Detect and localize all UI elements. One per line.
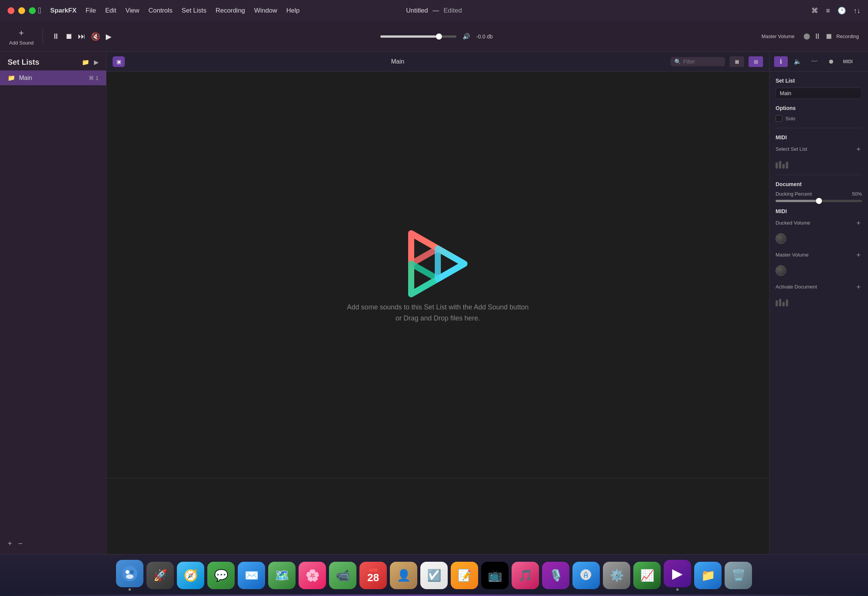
dock-item-contacts[interactable]: 👤 (390, 562, 417, 589)
menu-edit[interactable]: Edit (105, 7, 116, 14)
sidebar-folder-icon[interactable]: 📁 (82, 59, 89, 66)
dock-item-trash[interactable]: 🗑️ (725, 562, 752, 589)
panel-tab-midi[interactable]: MIDI (841, 56, 855, 67)
window-title-area: Untitled — Edited (406, 7, 462, 14)
recording-label: Recording (836, 33, 859, 39)
dock-item-sparkfx[interactable]: ▶ (664, 560, 691, 591)
reminders-icon: ☑️ (420, 562, 448, 589)
panel-tab-record[interactable]: ⏺ (824, 56, 838, 67)
maps-icon: 🗺️ (268, 562, 296, 589)
menu-view[interactable]: View (126, 7, 140, 14)
ducked-volume-knob[interactable] (776, 233, 786, 244)
ducking-percent-row: Ducking Percent 50% (776, 191, 862, 197)
ducking-slider-container (776, 200, 862, 202)
dock-item-launchpad[interactable]: 🚀 (146, 562, 174, 589)
apple-menu[interactable]:  (38, 6, 41, 16)
content-empty-state: Add some sounds to this Set List with th… (107, 72, 769, 478)
ducking-slider[interactable] (776, 200, 862, 202)
menu-bar:  SparkFX File Edit View Controls Set Li… (0, 0, 868, 21)
dock-item-notes[interactable]: 📝 (451, 562, 478, 589)
dock-item-music[interactable]: 🎵 (512, 562, 539, 589)
dock-item-stocks[interactable]: 📈 (633, 562, 661, 589)
menu-recording[interactable]: Recording (216, 7, 245, 14)
master-volume-add-btn[interactable]: ＋ (855, 250, 862, 259)
menu-bar-left:  SparkFX File Edit View Controls Set Li… (38, 6, 300, 16)
add-set-list-button[interactable]: + (8, 539, 12, 548)
skip-icon[interactable]: ⏭ (78, 32, 86, 41)
panel-tab-info[interactable]: ℹ (774, 56, 788, 67)
calendar-icon: APR 28 (359, 562, 387, 589)
close-button[interactable] (8, 7, 14, 14)
menu-sparkfx[interactable]: SparkFX (50, 7, 76, 14)
dock-item-messages[interactable]: 💬 (207, 562, 235, 589)
sidebar-item-main[interactable]: 📁 Main ⌘ 1 (0, 70, 106, 85)
dock-item-calendar[interactable]: APR 28 (359, 562, 387, 589)
menu-help[interactable]: Help (286, 7, 300, 14)
control-center-icon[interactable]: ≡ (826, 7, 830, 15)
sidebar-play-icon[interactable]: ▶ (94, 59, 99, 66)
content-column: ▣ Main 🔍 ▦ ▤ (107, 52, 769, 554)
menu-setlists[interactable]: Set Lists (182, 7, 207, 14)
clock-icon[interactable]: 🕐 (838, 6, 846, 15)
edited-badge: Edited (444, 7, 462, 14)
dock-item-safari[interactable]: 🧭 (177, 562, 204, 589)
panel-content: Set List Main Options Solo MIDI Select S… (769, 72, 868, 554)
pause-icon[interactable]: ⏸ (52, 32, 60, 41)
panel-tab-eq[interactable]: 〰 (808, 56, 821, 67)
systemprefs-icon: ⚙️ (603, 562, 630, 589)
add-sound-button[interactable]: ＋ Add Sound (9, 27, 33, 46)
trash-icon: 🗑️ (725, 562, 752, 589)
dock-item-appletv[interactable]: 📺 (481, 562, 509, 589)
content-toolbar: ▣ Main 🔍 ▦ ▤ (107, 52, 769, 72)
set-list-field[interactable]: Main (776, 88, 862, 99)
ducked-volume-add-btn[interactable]: ＋ (855, 218, 862, 227)
menu-file[interactable]: File (86, 7, 96, 14)
master-volume-knob[interactable] (776, 265, 786, 276)
ducking-thumb (816, 198, 822, 204)
dock-item-appstore[interactable]: 🅐 (572, 562, 600, 589)
dock-item-systemprefs[interactable]: ⚙️ (603, 562, 630, 589)
view-grid-btn[interactable]: ▦ (730, 56, 744, 67)
spotlight-icon[interactable]: ⌘ (811, 6, 818, 15)
dock: 🚀 🧭 💬 ✉️ 🗺️ 🌸 📹 APR 28 (0, 554, 868, 596)
play-icon[interactable]: ▶ (106, 32, 111, 41)
dock-item-photos[interactable]: 🌸 (299, 562, 326, 589)
dock-item-finder[interactable] (116, 560, 143, 591)
panel-tab-volume[interactable]: 🔈 (791, 56, 804, 67)
svg-point-7 (126, 574, 134, 579)
music-icon: 🎵 (512, 562, 539, 589)
minimize-button[interactable] (18, 7, 25, 14)
dock-item-mail[interactable]: ✉️ (238, 562, 265, 589)
sidebar-toggle-btn[interactable]: ▣ (113, 56, 125, 67)
set-list-section-title: Set List (776, 78, 862, 84)
wifi-icon[interactable]: ↑↓ (854, 7, 860, 15)
select-set-list-midi-bars (776, 159, 862, 169)
filter-input[interactable] (683, 59, 721, 65)
filter-box[interactable]: 🔍 (671, 57, 725, 66)
dock-item-facetime[interactable]: 📹 (329, 562, 356, 589)
recording-pause-icon: ⏸ (814, 32, 821, 41)
content-tab-main: Main (129, 58, 666, 65)
stop-icon[interactable]: ⏹ (65, 32, 73, 41)
solo-checkbox[interactable] (776, 115, 782, 122)
contacts-icon: 👤 (390, 562, 417, 589)
select-set-list-add-btn[interactable]: ＋ (855, 144, 862, 153)
dock-item-reminders[interactable]: ☑️ (420, 562, 448, 589)
dock-item-files[interactable]: 📁 (694, 562, 722, 589)
remove-set-list-button[interactable]: − (18, 539, 23, 548)
folder-icon: 📁 (8, 74, 15, 81)
mute-icon[interactable]: 🔇 (91, 32, 100, 41)
view-list-btn[interactable]: ▤ (749, 56, 763, 67)
dock-item-maps[interactable]: 🗺️ (268, 562, 296, 589)
menu-window[interactable]: Window (254, 7, 277, 14)
volume-slider[interactable] (380, 35, 456, 38)
mail-icon: ✉️ (238, 562, 265, 589)
stocks-icon: 📈 (633, 562, 661, 589)
recording-dot (804, 33, 810, 40)
dock-item-podcasts[interactable]: 🎙️ (542, 562, 569, 589)
activate-document-add-btn[interactable]: ＋ (855, 282, 862, 291)
placeholder-line1: Add some sounds to this Set List with th… (347, 302, 528, 313)
maximize-button[interactable] (29, 7, 36, 14)
sidebar-toggle-icon: ▣ (116, 59, 121, 65)
menu-controls[interactable]: Controls (148, 7, 172, 14)
